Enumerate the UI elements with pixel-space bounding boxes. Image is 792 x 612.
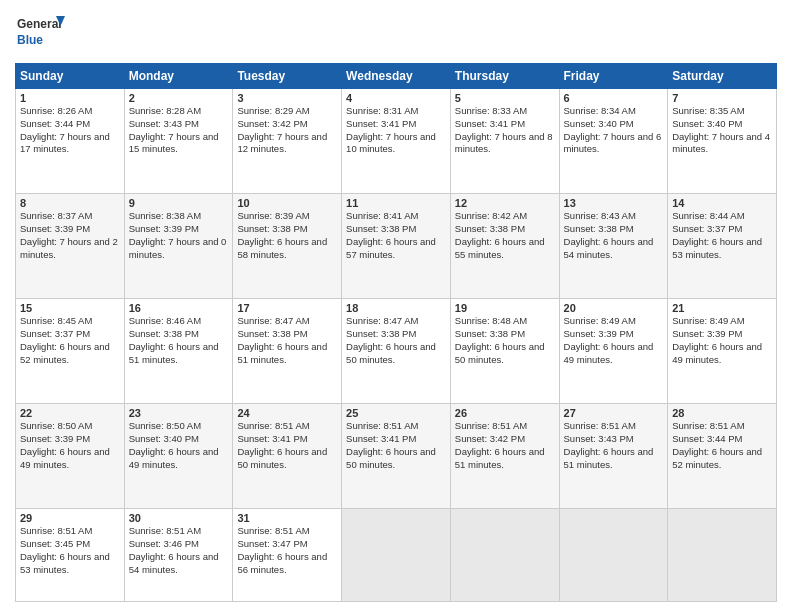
calendar-day-header: Wednesday: [342, 64, 451, 89]
day-info: Sunrise: 8:47 AMSunset: 3:38 PMDaylight:…: [346, 315, 436, 364]
day-number: 8: [20, 197, 120, 209]
day-number: 28: [672, 407, 772, 419]
page-header: General Blue: [15, 10, 777, 55]
calendar-cell: 31Sunrise: 8:51 AMSunset: 3:47 PMDayligh…: [233, 509, 342, 602]
calendar-week-row: 29Sunrise: 8:51 AMSunset: 3:45 PMDayligh…: [16, 509, 777, 602]
day-number: 21: [672, 302, 772, 314]
calendar-cell: 6Sunrise: 8:34 AMSunset: 3:40 PMDaylight…: [559, 89, 668, 194]
day-info: Sunrise: 8:47 AMSunset: 3:38 PMDaylight:…: [237, 315, 327, 364]
day-number: 17: [237, 302, 337, 314]
calendar-cell: 22Sunrise: 8:50 AMSunset: 3:39 PMDayligh…: [16, 404, 125, 509]
day-info: Sunrise: 8:44 AMSunset: 3:37 PMDaylight:…: [672, 210, 762, 259]
day-info: Sunrise: 8:50 AMSunset: 3:39 PMDaylight:…: [20, 420, 110, 469]
day-info: Sunrise: 8:35 AMSunset: 3:40 PMDaylight:…: [672, 105, 770, 154]
day-number: 5: [455, 92, 555, 104]
calendar-cell: 10Sunrise: 8:39 AMSunset: 3:38 PMDayligh…: [233, 194, 342, 299]
calendar-cell: 25Sunrise: 8:51 AMSunset: 3:41 PMDayligh…: [342, 404, 451, 509]
svg-text:General: General: [17, 17, 62, 31]
day-info: Sunrise: 8:49 AMSunset: 3:39 PMDaylight:…: [672, 315, 762, 364]
day-number: 22: [20, 407, 120, 419]
day-number: 10: [237, 197, 337, 209]
day-number: 27: [564, 407, 664, 419]
calendar-cell: 1Sunrise: 8:26 AMSunset: 3:44 PMDaylight…: [16, 89, 125, 194]
calendar-cell: 9Sunrise: 8:38 AMSunset: 3:39 PMDaylight…: [124, 194, 233, 299]
logo: General Blue: [15, 10, 65, 55]
day-number: 20: [564, 302, 664, 314]
calendar-table: SundayMondayTuesdayWednesdayThursdayFrid…: [15, 63, 777, 602]
day-info: Sunrise: 8:51 AMSunset: 3:42 PMDaylight:…: [455, 420, 545, 469]
calendar-cell: 7Sunrise: 8:35 AMSunset: 3:40 PMDaylight…: [668, 89, 777, 194]
day-info: Sunrise: 8:51 AMSunset: 3:45 PMDaylight:…: [20, 525, 110, 574]
calendar-cell: [342, 509, 451, 602]
page-container: General Blue SundayMondayTuesdayWednesda…: [0, 0, 792, 612]
day-info: Sunrise: 8:26 AMSunset: 3:44 PMDaylight:…: [20, 105, 110, 154]
day-number: 3: [237, 92, 337, 104]
calendar-header-row: SundayMondayTuesdayWednesdayThursdayFrid…: [16, 64, 777, 89]
day-info: Sunrise: 8:51 AMSunset: 3:43 PMDaylight:…: [564, 420, 654, 469]
day-info: Sunrise: 8:48 AMSunset: 3:38 PMDaylight:…: [455, 315, 545, 364]
calendar-day-header: Tuesday: [233, 64, 342, 89]
calendar-week-row: 1Sunrise: 8:26 AMSunset: 3:44 PMDaylight…: [16, 89, 777, 194]
day-number: 2: [129, 92, 229, 104]
calendar-cell: 17Sunrise: 8:47 AMSunset: 3:38 PMDayligh…: [233, 299, 342, 404]
day-info: Sunrise: 8:31 AMSunset: 3:41 PMDaylight:…: [346, 105, 436, 154]
day-info: Sunrise: 8:41 AMSunset: 3:38 PMDaylight:…: [346, 210, 436, 259]
day-number: 30: [129, 512, 229, 524]
calendar-cell: 8Sunrise: 8:37 AMSunset: 3:39 PMDaylight…: [16, 194, 125, 299]
calendar-cell: 15Sunrise: 8:45 AMSunset: 3:37 PMDayligh…: [16, 299, 125, 404]
calendar-cell: 24Sunrise: 8:51 AMSunset: 3:41 PMDayligh…: [233, 404, 342, 509]
day-info: Sunrise: 8:33 AMSunset: 3:41 PMDaylight:…: [455, 105, 553, 154]
day-number: 9: [129, 197, 229, 209]
calendar-cell: 28Sunrise: 8:51 AMSunset: 3:44 PMDayligh…: [668, 404, 777, 509]
day-info: Sunrise: 8:28 AMSunset: 3:43 PMDaylight:…: [129, 105, 219, 154]
day-info: Sunrise: 8:38 AMSunset: 3:39 PMDaylight:…: [129, 210, 227, 259]
day-info: Sunrise: 8:51 AMSunset: 3:44 PMDaylight:…: [672, 420, 762, 469]
calendar-cell: 29Sunrise: 8:51 AMSunset: 3:45 PMDayligh…: [16, 509, 125, 602]
day-info: Sunrise: 8:29 AMSunset: 3:42 PMDaylight:…: [237, 105, 327, 154]
calendar-day-header: Friday: [559, 64, 668, 89]
day-number: 31: [237, 512, 337, 524]
day-info: Sunrise: 8:51 AMSunset: 3:47 PMDaylight:…: [237, 525, 327, 574]
day-number: 16: [129, 302, 229, 314]
day-number: 14: [672, 197, 772, 209]
calendar-week-row: 8Sunrise: 8:37 AMSunset: 3:39 PMDaylight…: [16, 194, 777, 299]
calendar-cell: [668, 509, 777, 602]
calendar-cell: 4Sunrise: 8:31 AMSunset: 3:41 PMDaylight…: [342, 89, 451, 194]
day-number: 13: [564, 197, 664, 209]
calendar-day-header: Thursday: [450, 64, 559, 89]
svg-text:Blue: Blue: [17, 33, 43, 47]
calendar-cell: 2Sunrise: 8:28 AMSunset: 3:43 PMDaylight…: [124, 89, 233, 194]
day-info: Sunrise: 8:51 AMSunset: 3:41 PMDaylight:…: [237, 420, 327, 469]
day-info: Sunrise: 8:43 AMSunset: 3:38 PMDaylight:…: [564, 210, 654, 259]
calendar-cell: 18Sunrise: 8:47 AMSunset: 3:38 PMDayligh…: [342, 299, 451, 404]
calendar-week-row: 22Sunrise: 8:50 AMSunset: 3:39 PMDayligh…: [16, 404, 777, 509]
calendar-week-row: 15Sunrise: 8:45 AMSunset: 3:37 PMDayligh…: [16, 299, 777, 404]
calendar-cell: 14Sunrise: 8:44 AMSunset: 3:37 PMDayligh…: [668, 194, 777, 299]
day-info: Sunrise: 8:39 AMSunset: 3:38 PMDaylight:…: [237, 210, 327, 259]
calendar-cell: 12Sunrise: 8:42 AMSunset: 3:38 PMDayligh…: [450, 194, 559, 299]
day-number: 24: [237, 407, 337, 419]
calendar-day-header: Saturday: [668, 64, 777, 89]
calendar-cell: 19Sunrise: 8:48 AMSunset: 3:38 PMDayligh…: [450, 299, 559, 404]
day-number: 18: [346, 302, 446, 314]
calendar-cell: [450, 509, 559, 602]
day-number: 26: [455, 407, 555, 419]
day-number: 19: [455, 302, 555, 314]
calendar-cell: 23Sunrise: 8:50 AMSunset: 3:40 PMDayligh…: [124, 404, 233, 509]
day-number: 25: [346, 407, 446, 419]
day-number: 6: [564, 92, 664, 104]
day-number: 29: [20, 512, 120, 524]
calendar-cell: 5Sunrise: 8:33 AMSunset: 3:41 PMDaylight…: [450, 89, 559, 194]
day-number: 1: [20, 92, 120, 104]
calendar-cell: 30Sunrise: 8:51 AMSunset: 3:46 PMDayligh…: [124, 509, 233, 602]
calendar-cell: 13Sunrise: 8:43 AMSunset: 3:38 PMDayligh…: [559, 194, 668, 299]
calendar-cell: 16Sunrise: 8:46 AMSunset: 3:38 PMDayligh…: [124, 299, 233, 404]
calendar-cell: 11Sunrise: 8:41 AMSunset: 3:38 PMDayligh…: [342, 194, 451, 299]
day-info: Sunrise: 8:50 AMSunset: 3:40 PMDaylight:…: [129, 420, 219, 469]
day-number: 7: [672, 92, 772, 104]
calendar-cell: 3Sunrise: 8:29 AMSunset: 3:42 PMDaylight…: [233, 89, 342, 194]
calendar-cell: 26Sunrise: 8:51 AMSunset: 3:42 PMDayligh…: [450, 404, 559, 509]
day-info: Sunrise: 8:49 AMSunset: 3:39 PMDaylight:…: [564, 315, 654, 364]
day-number: 23: [129, 407, 229, 419]
day-number: 12: [455, 197, 555, 209]
